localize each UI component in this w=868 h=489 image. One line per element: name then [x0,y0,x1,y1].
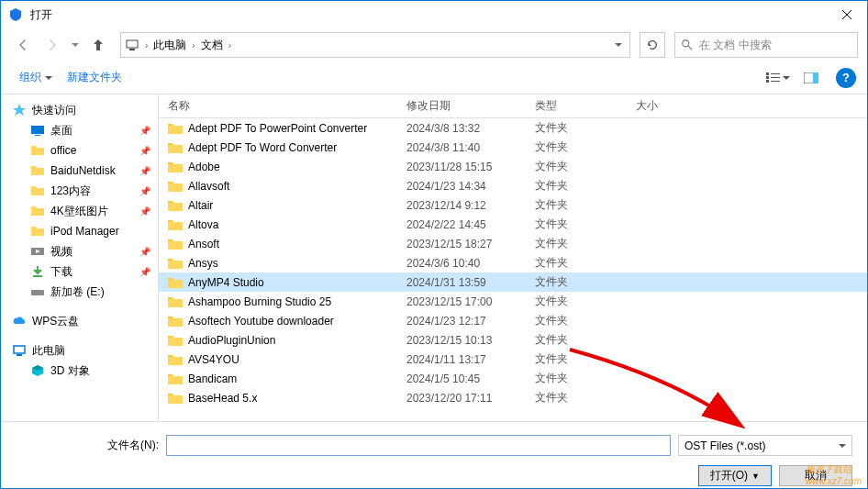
sidebar-wallpaper[interactable]: 4K壁纸图片 📌 [1,201,158,221]
svg-rect-8 [771,77,780,78]
folder-icon [30,163,45,178]
chevron-right-icon: › [190,40,196,50]
folder-icon [30,183,45,198]
svg-rect-13 [35,135,40,136]
organize-menu[interactable]: 组织 [12,66,60,89]
file-date: 2024/1/5 10:45 [397,372,526,385]
column-size[interactable]: 大小 [627,94,867,117]
cube-icon [30,363,45,378]
sidebar-video[interactable]: 视频 📌 [1,241,158,261]
breadcrumb-item-pc[interactable]: 此电脑 [150,33,190,57]
pin-icon: 📌 [139,247,150,257]
file-row[interactable]: Ansoft2023/12/15 18:27文件夹 [159,234,867,253]
column-date[interactable]: 修改日期 [397,94,526,117]
sidebar-wps[interactable]: WPS云盘 [1,311,158,331]
file-name: Bandicam [188,372,237,385]
file-row[interactable]: Adept PDF To Word Converter2024/3/8 11:4… [159,138,867,157]
sidebar-ipod[interactable]: iPod Manager [1,221,158,241]
file-row[interactable]: Altova2024/2/22 14:45文件夹 [159,215,867,234]
cloud-icon [12,314,27,328]
file-row[interactable]: Bandicam2024/1/5 10:45文件夹 [159,369,867,388]
file-name: Asoftech Youtube downloader [188,315,334,328]
cancel-button[interactable]: 取消 [779,465,852,486]
file-row[interactable]: Ansys2024/3/6 10:40文件夹 [159,253,867,272]
chevron-right-icon: › [143,40,150,50]
file-date: 2023/12/15 17:00 [397,295,526,308]
sidebar-this-pc[interactable]: 此电脑 [1,340,158,361]
file-type: 文件夹 [526,371,627,386]
refresh-button[interactable] [640,32,665,58]
nav-back-button[interactable] [10,32,36,58]
file-date: 2024/2/22 14:45 [397,218,526,231]
file-date: 2024/1/23 14:34 [397,180,526,193]
pc-icon [12,343,27,358]
sidebar-quick-access[interactable]: 快速访问 [1,100,158,120]
file-name: Ansys [188,257,218,270]
file-name: Altova [188,218,218,231]
help-button[interactable]: ? [836,68,856,88]
svg-line-3 [688,46,692,50]
column-type[interactable]: 类型 [526,94,627,117]
file-type: 文件夹 [526,178,627,194]
nav-recent-dropdown[interactable] [69,32,82,58]
monitor-icon [121,38,143,52]
pin-icon: 📌 [139,126,150,136]
nav-up-button[interactable] [85,32,111,58]
file-date: 2024/1/23 12:17 [397,315,526,328]
file-date: 2023/11/28 15:15 [397,161,526,173]
breadcrumb[interactable]: › 此电脑 › 文档 › [120,32,630,58]
sidebar-office[interactable]: office 📌 [1,140,158,161]
file-date: 2024/1/31 13:59 [397,276,526,289]
folder-icon [30,224,45,239]
file-name: Altair [188,199,213,212]
sidebar-downloads[interactable]: 下载 📌 [1,261,158,282]
folder-icon [30,143,45,158]
file-row[interactable]: AnyMP4 Studio2024/1/31 13:59文件夹 [159,272,867,292]
svg-rect-5 [766,76,769,79]
svg-rect-7 [771,73,780,74]
sidebar-desktop[interactable]: 桌面 📌 [1,120,158,140]
app-icon [8,7,23,22]
file-name: Adept PDF To PowerPoint Converter [188,122,367,135]
file-row[interactable]: Adobe2023/11/28 15:15文件夹 [159,157,867,176]
file-date: 2024/3/6 10:40 [397,257,526,270]
sidebar-3d-objects[interactable]: 3D 对象 [1,361,158,381]
nav-forward-button[interactable] [39,32,65,58]
file-type: 文件夹 [526,332,627,348]
file-row[interactable]: AudioPluginUnion2023/12/15 10:13文件夹 [159,330,867,350]
view-mode-button[interactable] [762,67,794,89]
file-name: AnyMP4 Studio [188,276,264,289]
svg-rect-6 [766,80,769,83]
file-row[interactable]: Allavsoft2024/1/23 14:34文件夹 [159,176,867,195]
open-button[interactable]: 打开(O) ▼ [698,465,772,486]
filename-input[interactable] [166,435,671,456]
file-name: AudioPluginUnion [188,334,275,347]
pin-icon: 📌 [139,146,150,156]
file-row[interactable]: Ashampoo Burning Studio 252023/12/15 17:… [159,292,867,311]
file-row[interactable]: Altair2023/12/14 9:12文件夹 [159,195,867,215]
file-row[interactable]: AVS4YOU2024/1/11 13:17文件夹 [159,350,867,369]
svg-rect-9 [771,81,780,82]
file-date: 2024/3/8 11:40 [397,141,526,154]
preview-pane-button[interactable] [796,67,827,89]
sidebar-123[interactable]: 123内容 📌 [1,181,158,201]
svg-rect-15 [33,275,42,277]
new-folder-button[interactable]: 新建文件夹 [60,66,129,89]
breadcrumb-item-docs[interactable]: 文档 [197,33,227,57]
breadcrumb-dropdown[interactable] [607,41,629,49]
filename-label: 文件名(N): [16,438,159,453]
file-row[interactable]: Asoftech Youtube downloader2024/1/23 12:… [159,311,867,330]
file-name: Allavsoft [188,180,229,193]
chevron-down-icon: ▼ [751,472,760,481]
search-input[interactable]: 在 文档 中搜索 [674,32,858,58]
sidebar-volume-e[interactable]: 新加卷 (E:) [1,282,158,302]
file-row[interactable]: Adept PDF To PowerPoint Converter2024/3/… [159,118,867,138]
file-type: 文件夹 [526,390,627,406]
file-row[interactable]: BaseHead 5.x2023/12/20 17:11文件夹 [159,388,867,407]
search-icon [681,39,694,51]
close-button[interactable] [826,1,867,28]
sidebar-baidu[interactable]: BaiduNetdisk 📌 [1,161,158,181]
file-type: 文件夹 [526,236,627,251]
filetype-select[interactable]: OST Files (*.ost) [678,435,852,456]
column-name[interactable]: 名称 [159,94,397,117]
